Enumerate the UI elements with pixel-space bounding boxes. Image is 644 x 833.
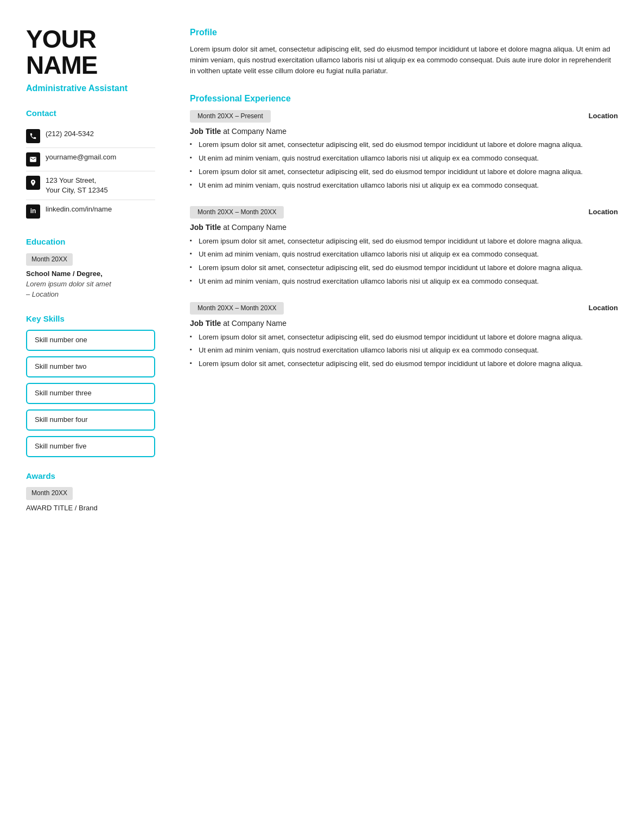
exp-bullet-2-1: Lorem ipsum dolor sit amet, consectetur …	[190, 236, 618, 247]
experience-section-title: Professional Experience	[190, 92, 618, 105]
phone-icon	[26, 129, 40, 143]
exp-date-3: Month 20XX – Month 20XX	[190, 302, 284, 315]
experience-section: Professional Experience Month 20XX – Pre…	[190, 92, 618, 370]
exp-bullet-3-1: Lorem ipsum dolor sit amet, consectetur …	[190, 332, 618, 343]
skill-badge-2: Skill number two	[26, 356, 155, 377]
exp-job-line-3: Job Title at Company Name	[190, 318, 618, 329]
phone-text: (212) 204-5342	[46, 129, 94, 139]
exp-header-1: Month 20XX – Present Location	[190, 110, 618, 123]
exp-bullet-1-2: Ut enim ad minim veniam, quis nostrud ex…	[190, 153, 618, 164]
exp-location-2: Location	[589, 207, 618, 217]
contact-section-title: Contact	[26, 107, 155, 119]
education-school: School Name / Degree,	[26, 269, 155, 279]
education-section-title: Education	[26, 236, 155, 248]
profile-section: Profile Lorem ipsum dolor sit amet, cons…	[190, 26, 618, 77]
exp-location-1: Location	[589, 111, 618, 121]
experience-entry-3: Month 20XX – Month 20XX Location Job Tit…	[190, 302, 618, 369]
exp-bullet-3-2: Ut enim ad minim veniam, quis nostrud ex…	[190, 345, 618, 356]
exp-job-title-3: Job Title	[190, 319, 221, 328]
education-desc: Lorem ipsum dolor sit amet– Location	[26, 279, 155, 300]
contact-linkedin: in linkedin.com/in/name	[26, 200, 155, 223]
awards-section-title: Awards	[26, 470, 155, 482]
exp-job-title-1: Job Title	[190, 127, 221, 136]
linkedin-text: linkedin.com/in/name	[46, 204, 112, 214]
exp-bullets-2: Lorem ipsum dolor sit amet, consectetur …	[190, 236, 618, 287]
left-column: YOUR NAME Administrative Assistant Conta…	[26, 26, 173, 807]
exp-bullet-2-4: Ut enim ad minim veniam, quis nostrud ex…	[190, 277, 618, 287]
exp-job-line-2: Job Title at Company Name	[190, 222, 618, 233]
education-date-badge: Month 20XX	[26, 253, 73, 266]
contact-address: 123 Your Street,Your City, ST 12345	[26, 171, 155, 200]
profile-section-title: Profile	[190, 26, 618, 39]
skills-section-title: Key Skills	[26, 313, 155, 325]
exp-bullet-2-2: Ut enim ad minim veniam, quis nostrud ex…	[190, 249, 618, 260]
email-icon	[26, 152, 40, 166]
contact-phone: (212) 204-5342	[26, 125, 155, 148]
contact-list: (212) 204-5342 yourname@gmail.com 123 Yo…	[26, 125, 155, 223]
skill-badge-5: Skill number five	[26, 436, 155, 457]
resume-page: YOUR NAME Administrative Assistant Conta…	[0, 0, 644, 833]
location-icon	[26, 176, 40, 190]
award-title: AWARD TITLE / Brand	[26, 503, 155, 514]
exp-bullet-3-3: Lorem ipsum dolor sit amet, consectetur …	[190, 359, 618, 369]
right-column: Profile Lorem ipsum dolor sit amet, cons…	[173, 26, 618, 807]
experience-entry-1: Month 20XX – Present Location Job Title …	[190, 110, 618, 191]
exp-header-3: Month 20XX – Month 20XX Location	[190, 302, 618, 315]
contact-email: yourname@gmail.com	[26, 148, 155, 171]
exp-bullets-1: Lorem ipsum dolor sit amet, consectetur …	[190, 140, 618, 190]
exp-date-1: Month 20XX – Present	[190, 110, 271, 123]
award-date-badge: Month 20XX	[26, 487, 73, 499]
exp-bullet-1-1: Lorem ipsum dolor sit amet, consectetur …	[190, 140, 618, 150]
exp-bullet-1-4: Ut enim ad minim veniam, quis nostrud ex…	[190, 181, 618, 191]
name-block: YOUR NAME Administrative Assistant	[26, 26, 155, 94]
exp-bullet-1-3: Lorem ipsum dolor sit amet, consectetur …	[190, 167, 618, 177]
exp-location-3: Location	[589, 303, 618, 313]
exp-bullet-2-3: Lorem ipsum dolor sit amet, consectetur …	[190, 263, 618, 273]
job-title: Administrative Assistant	[26, 82, 155, 94]
skill-badge-1: Skill number one	[26, 330, 155, 351]
exp-bullets-3: Lorem ipsum dolor sit amet, consectetur …	[190, 332, 618, 370]
linkedin-icon: in	[26, 204, 40, 219]
exp-job-line-1: Job Title at Company Name	[190, 126, 618, 137]
exp-date-2: Month 20XX – Month 20XX	[190, 206, 284, 219]
profile-text: Lorem ipsum dolor sit amet, consectetur …	[190, 44, 618, 76]
candidate-name: YOUR NAME	[26, 26, 155, 79]
skill-badge-4: Skill number four	[26, 409, 155, 431]
skill-badge-3: Skill number three	[26, 383, 155, 404]
email-text: yourname@gmail.com	[46, 152, 116, 162]
exp-header-2: Month 20XX – Month 20XX Location	[190, 206, 618, 219]
exp-job-title-2: Job Title	[190, 223, 221, 232]
experience-entry-2: Month 20XX – Month 20XX Location Job Tit…	[190, 206, 618, 287]
address-text: 123 Your Street,Your City, ST 12345	[46, 176, 108, 195]
